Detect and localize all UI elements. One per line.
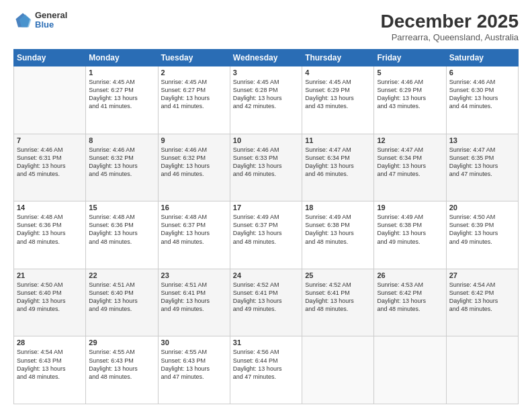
cell-text: Sunrise: 4:47 AMSunset: 6:34 PMDaylight:… [377,146,443,179]
week-row-2: 14Sunrise: 4:48 AMSunset: 6:36 PMDayligh… [14,201,519,269]
calendar-cell: 28Sunrise: 4:54 AMSunset: 6:43 PMDayligh… [14,336,86,404]
cell-text: Sunrise: 4:47 AMSunset: 6:34 PMDaylight:… [305,146,371,179]
cell-text: Sunrise: 4:52 AMSunset: 6:41 PMDaylight:… [233,281,299,314]
header-sunday: Sunday [14,50,86,66]
calendar-cell: 10Sunrise: 4:46 AMSunset: 6:33 PMDayligh… [230,134,302,201]
day-number: 23 [161,271,227,279]
logo-icon [13,11,32,30]
calendar-cell [446,336,518,404]
day-number: 1 [89,68,154,77]
day-number: 11 [305,136,371,144]
calendar-cell: 13Sunrise: 4:47 AMSunset: 6:35 PMDayligh… [446,134,518,201]
cell-text: Sunrise: 4:55 AMSunset: 6:43 PMDaylight:… [161,348,227,381]
calendar-cell: 14Sunrise: 4:48 AMSunset: 6:36 PMDayligh… [14,201,86,269]
header-thursday: Thursday [302,50,374,66]
calendar-cell: 5Sunrise: 4:46 AMSunset: 6:29 PMDaylight… [374,66,446,134]
day-number: 31 [233,338,299,347]
day-number: 27 [449,271,515,279]
day-number: 22 [89,271,154,279]
cell-text: Sunrise: 4:46 AMSunset: 6:33 PMDaylight:… [233,146,299,179]
cell-text: Sunrise: 4:49 AMSunset: 6:38 PMDaylight:… [377,213,443,246]
cell-text: Sunrise: 4:50 AMSunset: 6:40 PMDaylight:… [17,281,83,314]
calendar-cell: 21Sunrise: 4:50 AMSunset: 6:40 PMDayligh… [14,269,86,336]
logo: General Blue [13,11,67,30]
cell-text: Sunrise: 4:46 AMSunset: 6:32 PMDaylight:… [161,146,227,179]
day-number: 14 [17,203,83,212]
header-saturday: Saturday [446,50,518,66]
calendar-cell: 25Sunrise: 4:52 AMSunset: 6:41 PMDayligh… [302,269,374,336]
cell-text: Sunrise: 4:46 AMSunset: 6:31 PMDaylight:… [17,146,83,179]
calendar-cell: 8Sunrise: 4:46 AMSunset: 6:32 PMDaylight… [86,134,158,201]
day-number: 3 [233,68,299,77]
logo-text: General Blue [35,11,67,30]
calendar-cell: 7Sunrise: 4:46 AMSunset: 6:31 PMDaylight… [14,134,86,201]
calendar-cell: 17Sunrise: 4:49 AMSunset: 6:37 PMDayligh… [230,201,302,269]
calendar-cell: 4Sunrise: 4:45 AMSunset: 6:29 PMDaylight… [302,66,374,134]
day-number: 17 [233,203,299,212]
cell-text: Sunrise: 4:50 AMSunset: 6:39 PMDaylight:… [449,213,515,246]
cell-text: Sunrise: 4:49 AMSunset: 6:37 PMDaylight:… [233,213,299,246]
day-number: 12 [377,136,443,144]
calendar-cell: 15Sunrise: 4:48 AMSunset: 6:36 PMDayligh… [86,201,158,269]
calendar-cell: 29Sunrise: 4:55 AMSunset: 6:43 PMDayligh… [86,336,158,404]
day-number: 4 [305,68,371,77]
day-number: 13 [449,136,515,144]
day-number: 9 [161,136,227,144]
cell-text: Sunrise: 4:45 AMSunset: 6:27 PMDaylight:… [89,78,154,111]
cell-text: Sunrise: 4:47 AMSunset: 6:35 PMDaylight:… [449,146,515,179]
day-number: 26 [377,271,443,279]
cell-text: Sunrise: 4:45 AMSunset: 6:28 PMDaylight:… [233,78,299,111]
calendar-cell: 22Sunrise: 4:51 AMSunset: 6:40 PMDayligh… [86,269,158,336]
cell-text: Sunrise: 4:45 AMSunset: 6:29 PMDaylight:… [305,78,371,111]
day-number: 28 [17,338,83,347]
header-monday: Monday [86,50,158,66]
logo-blue: Blue [35,20,67,30]
cell-text: Sunrise: 4:52 AMSunset: 6:41 PMDaylight:… [305,281,371,314]
day-number: 29 [89,338,154,347]
cell-text: Sunrise: 4:53 AMSunset: 6:42 PMDaylight:… [377,281,443,314]
day-number: 20 [449,203,515,212]
calendar-cell: 18Sunrise: 4:49 AMSunset: 6:38 PMDayligh… [302,201,374,269]
header-tuesday: Tuesday [158,50,230,66]
calendar-cell: 6Sunrise: 4:46 AMSunset: 6:30 PMDaylight… [446,66,518,134]
calendar-cell [14,66,86,134]
cell-text: Sunrise: 4:56 AMSunset: 6:44 PMDaylight:… [233,348,299,381]
cell-text: Sunrise: 4:48 AMSunset: 6:36 PMDaylight:… [17,213,83,246]
day-number: 18 [305,203,371,212]
header-friday: Friday [374,50,446,66]
cell-text: Sunrise: 4:48 AMSunset: 6:36 PMDaylight:… [89,213,154,246]
week-row-4: 28Sunrise: 4:54 AMSunset: 6:43 PMDayligh… [14,336,519,404]
calendar-cell [302,336,374,404]
calendar-cell: 30Sunrise: 4:55 AMSunset: 6:43 PMDayligh… [158,336,230,404]
calendar-cell: 12Sunrise: 4:47 AMSunset: 6:34 PMDayligh… [374,134,446,201]
header: General Blue December 2025 Parrearra, Qu… [13,11,519,42]
calendar-cell: 9Sunrise: 4:46 AMSunset: 6:32 PMDaylight… [158,134,230,201]
cell-text: Sunrise: 4:46 AMSunset: 6:32 PMDaylight:… [89,146,154,179]
cell-text: Sunrise: 4:55 AMSunset: 6:43 PMDaylight:… [89,348,154,381]
header-wednesday: Wednesday [230,50,302,66]
page: General Blue December 2025 Parrearra, Qu… [0,0,532,411]
day-number: 21 [17,271,83,279]
week-row-1: 7Sunrise: 4:46 AMSunset: 6:31 PMDaylight… [14,134,519,201]
calendar-cell: 11Sunrise: 4:47 AMSunset: 6:34 PMDayligh… [302,134,374,201]
calendar-cell: 19Sunrise: 4:49 AMSunset: 6:38 PMDayligh… [374,201,446,269]
cell-text: Sunrise: 4:48 AMSunset: 6:37 PMDaylight:… [161,213,227,246]
cell-text: Sunrise: 4:51 AMSunset: 6:40 PMDaylight:… [89,281,154,314]
day-number: 5 [377,68,443,77]
day-number: 16 [161,203,227,212]
calendar-cell: 20Sunrise: 4:50 AMSunset: 6:39 PMDayligh… [446,201,518,269]
subtitle: Parrearra, Queensland, Australia [381,32,519,42]
day-number: 15 [89,203,154,212]
calendar-cell: 16Sunrise: 4:48 AMSunset: 6:37 PMDayligh… [158,201,230,269]
cell-text: Sunrise: 4:46 AMSunset: 6:30 PMDaylight:… [449,78,515,111]
calendar-cell: 27Sunrise: 4:54 AMSunset: 6:42 PMDayligh… [446,269,518,336]
cell-text: Sunrise: 4:49 AMSunset: 6:38 PMDaylight:… [305,213,371,246]
day-number: 8 [89,136,154,144]
day-number: 25 [305,271,371,279]
calendar: Sunday Monday Tuesday Wednesday Thursday… [13,49,519,404]
calendar-cell: 31Sunrise: 4:56 AMSunset: 6:44 PMDayligh… [230,336,302,404]
logo-general: General [35,11,67,20]
calendar-cell: 23Sunrise: 4:51 AMSunset: 6:41 PMDayligh… [158,269,230,336]
day-number: 10 [233,136,299,144]
title-block: December 2025 Parrearra, Queensland, Aus… [381,11,519,42]
